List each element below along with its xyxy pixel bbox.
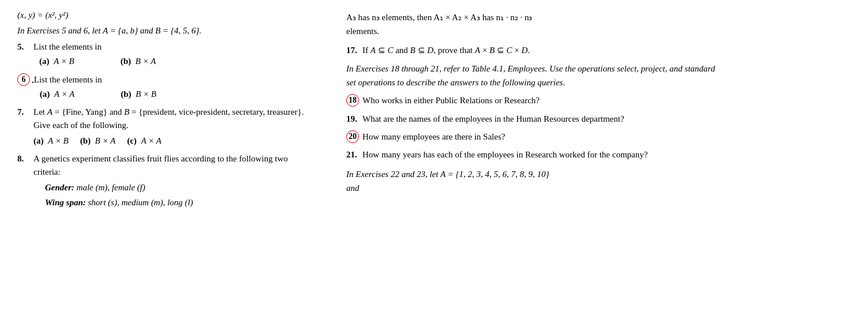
exercise-19: 19. What are the names of the employees … [346,112,716,126]
ex6-content: List the elements in (a) A × A (b) B × B [34,73,312,101]
ex7-part-b: (b) B × A [80,134,116,148]
exercise-6: 6. List the elements in (a) A × A (b) B … [17,73,312,101]
ex7-content: Let A = {Fine, Yang} and B = {president,… [33,106,312,148]
ex7c-label: (c) [127,136,137,145]
ex8-number: 8. [17,152,33,166]
top-line1: A₃ has n₃ elements, then A₁ × A₂ × A₃ ha… [346,10,716,24]
ex17-number: 17. [346,44,362,57]
ex6a-label: (a) [40,89,50,99]
ex6-text: List the elements in [34,73,312,86]
ex8-wing-label: Wing span: [45,198,86,207]
ex5-part-b: (b) B × A [121,55,156,68]
ex7a-label: (a) [33,136,44,145]
ex6-part-b: (b) B × B [121,88,156,101]
ex7-part-c: (c) A × A [127,134,162,148]
ex20-content: How many employees are there in Sales? [362,130,716,144]
ex7a-math: A × B [48,136,69,145]
ex18-number-circled: 18 [346,94,359,107]
ex6b-math: B × B [136,89,156,99]
ex20-number-circled: 20 [346,130,359,143]
ex19-number: 19. [346,112,362,126]
ex6b-label: (b) [121,89,131,99]
ex7-part-a: (a) A × B [33,134,69,148]
ex21-text: How many years has each of the employees… [362,150,648,159]
ex8-content: A genetics experiment classifies fruit f… [33,152,312,209]
ex8-text: A genetics experiment classifies fruit f… [33,152,312,179]
ex5-part-a: (a) A × B [39,55,74,68]
exercise-18: 18 Who works in either Public Relations … [346,94,716,107]
left-column: (x, y) = (x², y²) In Exercises 5 and 6, … [0,6,323,325]
ex5b-math: B × A [136,57,156,66]
ex6-part-a: (a) A × A [40,88,74,101]
exercise-17: 17. If A ⊆ C and B ⊆ D, prove that A × B… [346,44,716,57]
ex18-content: Who works in either Public Relations or … [362,94,716,107]
ex7c-math: A × A [141,136,161,145]
ex6-number-circled: 6 [17,73,30,86]
ex5-text: List the elements in [33,40,312,54]
top-continuation: A₃ has n₃ elements, then A₁ × A₂ × A₃ ha… [346,10,716,38]
ex8-wing: Wing span: short (s), medium (m), long (… [45,196,312,209]
ex5b-label: (b) [121,57,131,66]
ex18-text: Who works in either Public Relations or … [362,96,540,105]
ex8-wing-text: short (s), medium (m), long (l) [88,198,193,207]
ex6a-math: A × A [54,89,74,99]
ex19-text: What are the names of the employees in t… [362,114,624,123]
ex7b-label: (b) [80,136,91,145]
ex5-number: 5. [17,40,33,54]
ex5-6-intro: In Exercises 5 and 6, let A = {a, b} and… [17,26,312,36]
exercise-5: 5. List the elements in (a) A × B (b) B … [17,40,312,69]
ex7-text-1: Let A = {Fine, Yang} and B = {president,… [33,107,304,130]
exercise-7: 7. Let A = {Fine, Yang} and B = {preside… [17,106,312,148]
top-line2: elements. [346,24,716,38]
ex7-text: Let A = {Fine, Yang} and B = {president,… [33,106,312,133]
ex18-21-intro: In Exercises 18 through 21, refer to Tab… [346,62,716,89]
header-line: (x, y) = (x², y²) [17,10,312,20]
exercise-20: 20 How many employees are there in Sales… [346,130,716,144]
ex8-gender: Gender: male (m), female (f) [45,181,312,194]
ex21-content: How many years has each of the employees… [362,148,716,161]
exercise-21: 21. How many years has each of the emplo… [346,148,716,161]
ex17-text: If A ⊆ C and B ⊆ D, prove that A × B ⊆ C… [362,46,530,55]
ex22-23-intro: In Exercises 22 and 23, let A = {1, 2, 3… [346,167,716,195]
exercise-8: 8. A genetics experiment classifies frui… [17,152,312,209]
ex19-content: What are the names of the employees in t… [362,112,716,126]
ex21-number: 21. [346,148,362,161]
ex7b-math: B × A [95,136,116,145]
ex8-criteria: Gender: male (m), female (f) Wing span: … [45,181,312,209]
ex7-number: 7. [17,106,33,119]
ex5a-label: (a) [39,57,50,66]
ex5-content: List the elements in (a) A × B (b) B × A [33,40,312,69]
ex8-gender-text: male (m), female (f) [77,183,145,192]
ex17-content: If A ⊆ C and B ⊆ D, prove that A × B ⊆ C… [362,44,716,57]
ex8-gender-label: Gender: [45,183,74,192]
ex5a-math: A × B [54,57,74,66]
right-column: A₃ has n₃ elements, then A₁ × A₂ × A₃ ha… [323,6,727,325]
ex20-text: How many employees are there in Sales? [362,132,505,141]
